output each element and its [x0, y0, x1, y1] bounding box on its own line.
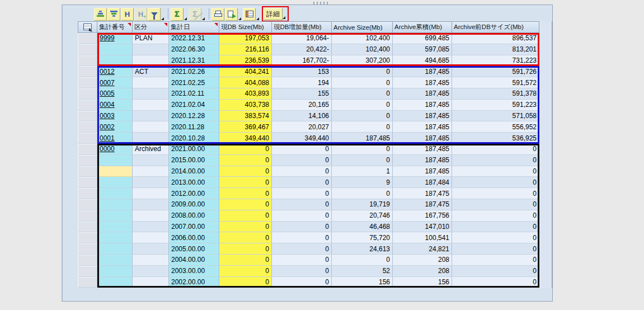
cell-db-size[interactable]: 0: [219, 222, 272, 233]
cell-id[interactable]: 0005: [97, 88, 133, 100]
aggregation-number-link[interactable]: 0001: [100, 134, 115, 142]
cell-date[interactable]: 2003.00.00: [169, 266, 219, 277]
cell-db-size[interactable]: 0: [219, 243, 272, 255]
cell-category[interactable]: [133, 210, 169, 222]
cell-id[interactable]: [97, 222, 133, 233]
cell-date[interactable]: 2012.00.00: [169, 188, 219, 199]
cell-id[interactable]: [97, 255, 133, 266]
cell-archive-cum[interactable]: 597,085: [393, 44, 452, 55]
cell-archive-size[interactable]: 75,720: [332, 232, 393, 243]
cell-category[interactable]: [133, 88, 169, 100]
cell-category[interactable]: [133, 133, 169, 144]
find-next-button[interactable]: H+: [134, 8, 147, 21]
row-selector-cell[interactable]: [78, 155, 97, 166]
cell-date[interactable]: 2013.00.00: [169, 177, 219, 188]
cell-date[interactable]: 2007.00.00: [169, 222, 219, 233]
cell-archive-size[interactable]: 0: [332, 111, 393, 122]
cell-db-increase[interactable]: 14,106: [272, 111, 332, 122]
cell-pre-archive-db[interactable]: 0: [452, 210, 539, 222]
cell-id[interactable]: [97, 210, 133, 222]
row-selector-cell[interactable]: [78, 199, 97, 210]
column-header-id[interactable]: 集計番号: [97, 21, 133, 33]
cell-db-size[interactable]: 0: [219, 155, 272, 166]
cell-db-increase[interactable]: 153: [272, 66, 332, 77]
cell-category[interactable]: [133, 44, 169, 55]
cell-db-increase[interactable]: 194: [272, 77, 332, 88]
cell-pre-archive-db[interactable]: 896,537: [452, 33, 539, 44]
cell-category[interactable]: [133, 55, 169, 67]
column-header-category[interactable]: 区分: [133, 21, 169, 33]
cell-db-size[interactable]: 403,738: [219, 100, 272, 111]
cell-db-increase[interactable]: 349,440: [272, 133, 332, 144]
row-selector-cell[interactable]: [78, 77, 97, 88]
cell-db-increase[interactable]: 0: [272, 144, 332, 155]
row-selector-cell[interactable]: [78, 33, 97, 44]
cell-db-increase[interactable]: 0: [272, 277, 332, 288]
cell-archive-cum[interactable]: 187,475: [393, 188, 452, 199]
cell-archive-size[interactable]: 102,400: [332, 44, 393, 55]
row-selector-cell[interactable]: [78, 210, 97, 222]
cell-category[interactable]: [133, 77, 169, 88]
cell-archive-size[interactable]: 102,400: [332, 33, 393, 44]
cell-category[interactable]: [133, 232, 169, 243]
row-selector-cell[interactable]: [78, 277, 97, 288]
cell-date[interactable]: 2020.11.28: [169, 121, 219, 133]
cell-date[interactable]: 2020.12.28: [169, 111, 219, 122]
cell-archive-cum[interactable]: 208: [393, 266, 452, 277]
cell-id[interactable]: [97, 232, 133, 243]
cell-archive-size[interactable]: 20,746: [332, 210, 393, 222]
cell-category[interactable]: [133, 188, 169, 199]
cell-archive-cum[interactable]: 187,485: [393, 66, 452, 77]
cell-id[interactable]: [97, 188, 133, 199]
row-selector-cell[interactable]: [78, 88, 97, 100]
row-selector-cell[interactable]: [78, 255, 97, 266]
menu-arrow-icon[interactable]: [202, 17, 205, 20]
cell-date[interactable]: 2021.02.04: [169, 100, 219, 111]
cell-date[interactable]: 2004.00.00: [169, 255, 219, 266]
cell-date[interactable]: 2021.02.11: [169, 88, 219, 100]
cell-db-size[interactable]: 0: [219, 277, 272, 288]
cell-date[interactable]: 2021.12.31: [169, 55, 219, 67]
cell-archive-cum[interactable]: 208: [393, 255, 452, 266]
cell-db-increase[interactable]: 20,165: [272, 100, 332, 111]
cell-archive-cum[interactable]: 187,485: [393, 121, 452, 133]
cell-date[interactable]: 2022.12.31: [169, 33, 219, 44]
print-preview-button[interactable]: [211, 8, 224, 21]
cell-archive-size[interactable]: 187,485: [332, 133, 393, 144]
cell-pre-archive-db[interactable]: 813,201: [452, 44, 539, 55]
cell-db-size[interactable]: 197,053: [219, 33, 272, 44]
row-selector-cell[interactable]: [78, 44, 97, 55]
cell-db-size[interactable]: 383,574: [219, 111, 272, 122]
cell-archive-size[interactable]: 156: [332, 277, 393, 288]
cell-db-increase[interactable]: 0: [272, 177, 332, 188]
cell-pre-archive-db[interactable]: 591,378: [452, 88, 539, 100]
cell-archive-size[interactable]: 0: [332, 144, 393, 155]
cell-id[interactable]: 0001: [97, 133, 133, 144]
cell-date[interactable]: 2020.10.28: [169, 133, 219, 144]
cell-pre-archive-db[interactable]: 0: [452, 144, 539, 155]
cell-db-size[interactable]: 0: [219, 210, 272, 222]
cell-id[interactable]: 9999: [97, 33, 133, 44]
cell-archive-size[interactable]: 0: [332, 188, 393, 199]
cell-db-size[interactable]: 0: [219, 177, 272, 188]
cell-id[interactable]: 0012: [97, 66, 133, 77]
cell-date[interactable]: 2021.00.00: [169, 144, 219, 155]
cell-pre-archive-db[interactable]: 0: [452, 266, 539, 277]
cell-date[interactable]: 2014.00.00: [169, 166, 219, 177]
cell-db-size[interactable]: 403,893: [219, 88, 272, 100]
cell-archive-cum[interactable]: 100,541: [393, 232, 452, 243]
cell-pre-archive-db[interactable]: 0: [452, 177, 539, 188]
menu-arrow-icon[interactable]: [256, 17, 259, 20]
cell-archive-cum[interactable]: 167,756: [393, 210, 452, 222]
row-selector-cell[interactable]: [78, 243, 97, 255]
cell-category[interactable]: [133, 277, 169, 288]
aggregation-number-link[interactable]: 0012: [100, 68, 115, 76]
row-selector-cell[interactable]: [78, 177, 97, 188]
cell-db-increase[interactable]: 0: [272, 232, 332, 243]
cell-db-increase[interactable]: 0: [272, 155, 332, 166]
cell-archive-size[interactable]: 1: [332, 166, 393, 177]
cell-id[interactable]: 0004: [97, 100, 133, 111]
row-selector-cell[interactable]: [78, 222, 97, 233]
cell-pre-archive-db[interactable]: 591,726: [452, 66, 539, 77]
column-header-db_size[interactable]: 現DB Size(Mb): [219, 21, 272, 33]
